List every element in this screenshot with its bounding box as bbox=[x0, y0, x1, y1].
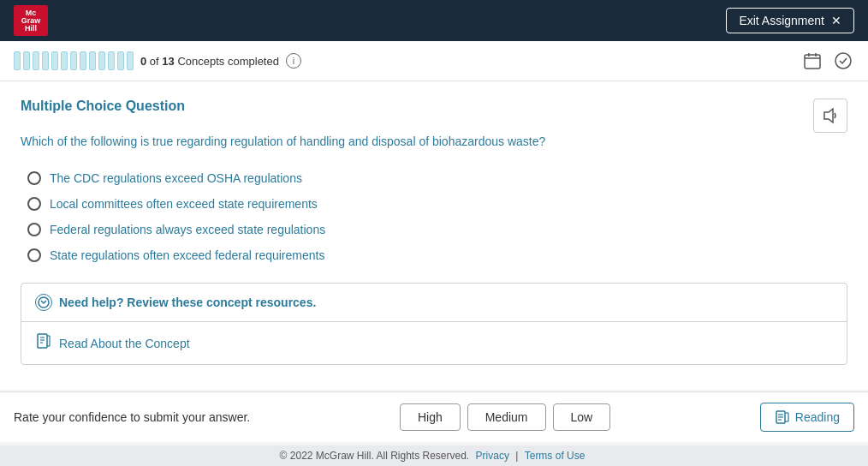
progress-right bbox=[801, 50, 854, 72]
help-toggle-icon bbox=[35, 294, 52, 311]
help-header[interactable]: Need help? Review these concept resource… bbox=[21, 284, 847, 322]
help-content: Read About the Concept bbox=[21, 322, 847, 364]
answer-text-c: Federal regulations always exceed state … bbox=[50, 223, 325, 236]
answer-option-c[interactable]: Federal regulations always exceed state … bbox=[27, 223, 847, 236]
progress-block-10 bbox=[108, 51, 115, 70]
answer-option-a[interactable]: The CDC regulations exceed OSHA regulati… bbox=[27, 171, 847, 185]
radio-circle-a bbox=[27, 171, 41, 185]
progress-block-7 bbox=[80, 51, 86, 70]
progress-block-5 bbox=[61, 51, 68, 70]
book-icon bbox=[35, 332, 52, 354]
progress-total: 13 bbox=[162, 55, 174, 68]
progress-label: Concepts completed bbox=[177, 55, 279, 68]
progress-block-2 bbox=[33, 51, 39, 70]
progress-left: 0 of 13 Concepts completed i bbox=[14, 51, 301, 70]
progress-block-9 bbox=[98, 51, 105, 70]
check-circle-icon[interactable] bbox=[832, 50, 854, 72]
app-header: Mc Graw Hill Exit Assignment ✕ bbox=[0, 0, 868, 41]
radio-circle-d bbox=[27, 248, 41, 262]
progress-block-4 bbox=[51, 51, 58, 70]
info-icon[interactable]: i bbox=[286, 53, 301, 69]
answer-option-d[interactable]: State regulations often exceed federal r… bbox=[27, 248, 847, 262]
read-about-concept-link[interactable]: Read About the Concept bbox=[59, 337, 190, 350]
progress-completed: 0 bbox=[140, 55, 146, 68]
exit-assignment-label: Exit Assignment bbox=[739, 14, 824, 27]
radio-circle-c bbox=[27, 223, 41, 236]
answer-text-a: The CDC regulations exceed OSHA regulati… bbox=[50, 171, 302, 185]
exit-close-icon: ✕ bbox=[831, 14, 841, 27]
exit-assignment-button[interactable]: Exit Assignment ✕ bbox=[726, 8, 854, 33]
help-title: Need help? Review these concept resource… bbox=[59, 296, 316, 309]
progress-block-1 bbox=[23, 51, 30, 70]
progress-block-12 bbox=[127, 51, 134, 70]
progress-of: of bbox=[150, 55, 162, 68]
progress-block-6 bbox=[70, 51, 77, 70]
radio-circle-b bbox=[27, 197, 41, 211]
answer-text-d: State regulations often exceed federal r… bbox=[50, 248, 324, 262]
progress-block-8 bbox=[89, 51, 96, 70]
svg-point-4 bbox=[835, 53, 851, 69]
svg-rect-0 bbox=[805, 55, 820, 69]
audio-button[interactable] bbox=[813, 99, 847, 133]
question-text: Which of the following is true regarding… bbox=[21, 133, 847, 151]
logo: Mc Graw Hill bbox=[14, 5, 48, 36]
answer-option-b[interactable]: Local committees often exceed state requ… bbox=[27, 197, 847, 211]
progress-block-11 bbox=[117, 51, 124, 70]
main-content: Multiple Choice Question Which of the fo… bbox=[0, 81, 868, 390]
svg-marker-5 bbox=[824, 109, 833, 122]
svg-rect-7 bbox=[38, 334, 47, 348]
progress-area: 0 of 13 Concepts completed i bbox=[0, 41, 868, 81]
calendar-icon[interactable] bbox=[801, 50, 823, 72]
answer-text-b: Local committees often exceed state requ… bbox=[50, 197, 318, 211]
progress-block-0 bbox=[14, 51, 21, 70]
logo-line3: Hill bbox=[25, 25, 37, 33]
answer-options: The CDC regulations exceed OSHA regulati… bbox=[27, 171, 847, 262]
progress-block-3 bbox=[42, 51, 49, 70]
help-section: Need help? Review these concept resource… bbox=[21, 283, 847, 365]
progress-text: 0 of 13 Concepts completed bbox=[140, 55, 279, 68]
question-type-label: Multiple Choice Question bbox=[21, 99, 847, 114]
progress-blocks bbox=[14, 51, 134, 70]
